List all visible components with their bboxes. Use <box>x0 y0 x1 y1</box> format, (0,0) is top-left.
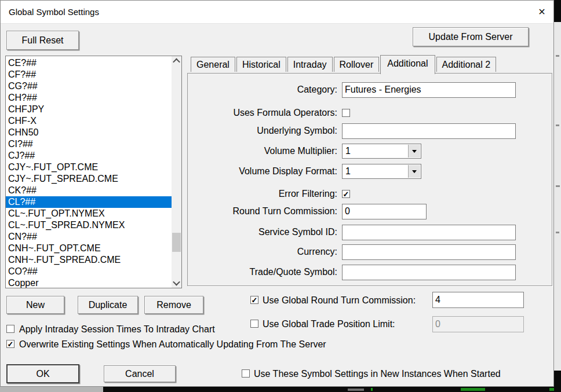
list-item[interactable]: Copper <box>6 277 172 288</box>
use-global-round-turn-commission-checkbox[interactable]: ✓ <box>250 296 258 304</box>
close-button[interactable]: ✕ <box>534 4 550 19</box>
list-item[interactable]: CL~.FUT_OPT.NYMEX <box>6 208 172 219</box>
tab-additional[interactable]: Additional <box>380 55 435 74</box>
close-icon: ✕ <box>538 6 545 17</box>
tab-historical[interactable]: Historical <box>236 57 286 72</box>
scroll-up-button[interactable] <box>172 56 181 66</box>
window-title: Global Symbol Settings <box>9 7 99 17</box>
apply-intraday-session-times-label: Apply Intraday Session Times To Intraday… <box>19 324 215 335</box>
volume-display-format-select[interactable]: 1 <box>342 164 421 179</box>
screen: Global Symbol Settings ✕ Full Reset Upda… <box>0 0 561 392</box>
underlying-symbol-input[interactable] <box>342 123 516 139</box>
volume-display-format-dropdown-button[interactable] <box>408 165 420 178</box>
scrollbar[interactable] <box>172 56 181 288</box>
list-item[interactable]: CK?## <box>6 185 172 196</box>
background-app <box>554 0 561 392</box>
background-app-fragment <box>556 232 559 233</box>
error-filtering-label: Error Filtering: <box>191 189 337 199</box>
underlying-symbol-label: Underlying Symbol: <box>191 126 337 136</box>
list-item[interactable]: CO?## <box>6 266 172 277</box>
list-item[interactable]: CH?## <box>6 92 172 104</box>
form-row-volume-multiplier: Volume Multiplier: 1 <box>191 143 421 159</box>
scroll-down-button[interactable] <box>172 278 181 288</box>
chevron-down-icon <box>173 279 180 286</box>
form-row-round-turn-commission: Round Turn Commission: <box>191 203 427 219</box>
background-app-fragment <box>0 387 103 392</box>
list-item[interactable]: CL~.FUT_SPREAD.NYMEX <box>6 219 172 231</box>
volume-multiplier-select[interactable]: 1 <box>342 144 421 159</box>
use-settings-in-new-instances-checkbox[interactable] <box>242 369 250 378</box>
trade-quote-symbol-label: Trade/Quote Symbol: <box>191 267 337 277</box>
tab-general[interactable]: General <box>191 57 235 72</box>
use-global-trade-position-limit-checkbox[interactable] <box>250 320 258 328</box>
form-row-underlying-symbol: Underlying Symbol: <box>191 123 516 139</box>
currency-input[interactable] <box>342 244 516 260</box>
remove-button[interactable]: Remove <box>144 296 203 314</box>
background-app-fragment <box>371 388 373 391</box>
list-item[interactable]: CE?## <box>6 57 172 69</box>
service-symbol-id-label: Service Symbol ID: <box>191 227 337 237</box>
background-app-fragment <box>556 55 559 57</box>
symbol-list-items: CE?##CF?##CG?##CH?##CHFJPYCHF-XCHN50CI?#… <box>6 57 172 288</box>
new-button[interactable]: New <box>6 296 64 314</box>
form-row-error-filtering: Error Filtering: ✓ <box>191 186 350 202</box>
background-app-fragment <box>549 388 554 391</box>
form-row-currency: Currency: <box>191 244 516 260</box>
round-turn-commission-input[interactable] <box>342 204 427 219</box>
currency-label: Currency: <box>191 247 337 257</box>
global-symbol-settings-dialog: Global Symbol Settings ✕ Full Reset Upda… <box>0 0 554 387</box>
tab-additional-2[interactable]: Additional 2 <box>436 57 497 72</box>
duplicate-button[interactable]: Duplicate <box>78 296 138 314</box>
category-input[interactable] <box>342 82 516 98</box>
list-item[interactable]: CJY~.FUT_OPT.CME <box>6 162 172 173</box>
category-label: Category: <box>191 85 337 95</box>
service-symbol-id-input[interactable] <box>342 225 516 240</box>
background-app-fragment <box>554 0 561 22</box>
tab-bar: GeneralHistoricalIntradayRolloverAdditio… <box>191 55 497 74</box>
list-item[interactable]: CJY~.FUT_SPREAD.CME <box>6 173 172 185</box>
update-from-server-button[interactable]: Update From Server <box>413 27 529 46</box>
titlebar[interactable]: Global Symbol Settings ✕ <box>1 1 553 24</box>
background-app-fragment <box>556 185 560 187</box>
list-item[interactable]: CN?## <box>6 231 172 243</box>
symbol-listbox[interactable]: CE?##CF?##CG?##CH?##CHFJPYCHF-XCHN50CI?#… <box>5 56 182 288</box>
global-trade-position-limit-input <box>432 316 524 332</box>
cancel-button[interactable]: Cancel <box>104 365 176 382</box>
list-item[interactable]: CF?## <box>6 69 172 80</box>
use-global-round-turn-commission-label: Use Global Round Turn Commission: <box>263 295 416 306</box>
chevron-down-icon <box>412 150 417 153</box>
form-row-uses-formula-operators: Uses Formula Operators: <box>191 105 350 121</box>
form-row-trade-quote-symbol: Trade/Quote Symbol: <box>191 264 516 280</box>
full-reset-button[interactable]: Full Reset <box>6 31 79 50</box>
list-item[interactable]: CL?## <box>6 196 172 208</box>
list-item[interactable]: CNH~.FUT_OPT.CME <box>6 243 172 254</box>
form-row-service-symbol-id: Service Symbol ID: <box>191 224 516 240</box>
tab-rollover[interactable]: Rollover <box>334 57 380 72</box>
chevron-up-icon <box>173 58 180 66</box>
global-round-turn-commission-input[interactable] <box>432 292 524 308</box>
volume-multiplier-value: 1 <box>345 146 351 156</box>
form-row-category: Category: <box>191 82 516 98</box>
volume-multiplier-dropdown-button[interactable] <box>408 145 420 157</box>
list-item[interactable]: CNH~.FUT_SPREAD.CME <box>6 254 172 266</box>
background-app-fragment <box>556 124 559 126</box>
chevron-down-icon <box>412 170 417 173</box>
background-app-fragment <box>348 389 364 391</box>
use-global-trade-position-limit-label: Use Global Trade Position Limit: <box>263 319 395 329</box>
uses-formula-operators-checkbox[interactable] <box>342 109 350 117</box>
list-item[interactable]: CHF-X <box>6 115 172 127</box>
list-item[interactable]: CG?## <box>6 80 172 92</box>
tab-intraday[interactable]: Intraday <box>287 57 333 72</box>
volume-display-format-label: Volume Display Format: <box>191 166 337 177</box>
trade-quote-symbol-input[interactable] <box>342 265 516 280</box>
ok-button[interactable]: OK <box>6 364 79 383</box>
list-item[interactable]: CI?## <box>6 138 172 150</box>
list-item[interactable]: CHN50 <box>6 127 172 138</box>
list-item[interactable]: CJ?## <box>6 150 172 162</box>
overwrite-existing-settings-checkbox[interactable]: ✓ <box>6 340 14 348</box>
list-item[interactable]: CHFJPY <box>6 104 172 115</box>
scrollbar-thumb[interactable] <box>172 233 181 252</box>
round-turn-commission-label: Round Turn Commission: <box>191 206 337 217</box>
error-filtering-checkbox[interactable]: ✓ <box>342 190 350 198</box>
apply-intraday-session-times-checkbox[interactable] <box>6 325 14 333</box>
